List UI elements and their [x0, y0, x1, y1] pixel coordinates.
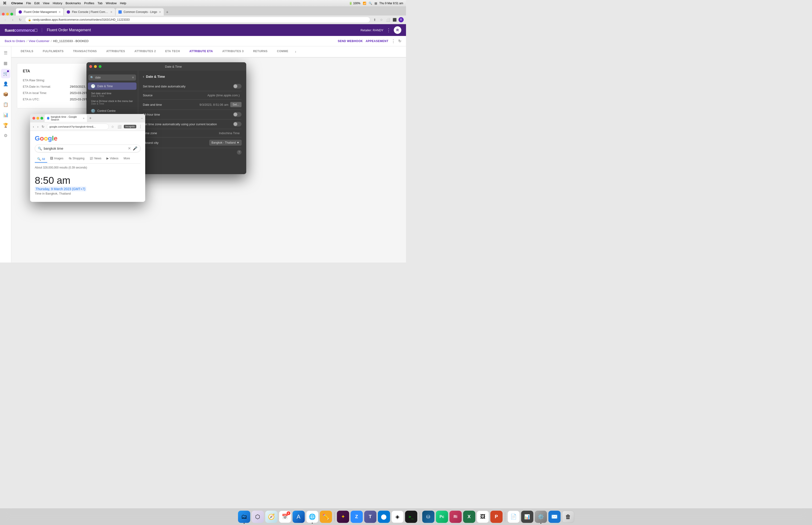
google-search-input[interactable]: bangkok time: [44, 147, 126, 150]
sidebar-menu-icon[interactable]: ☰: [1, 48, 10, 58]
menu-help[interactable]: Help: [120, 1, 126, 5]
browser-tab-1[interactable]: Fluent Order Management ×: [16, 8, 64, 15]
prefs-close-btn[interactable]: [89, 65, 92, 68]
tab-comme[interactable]: COMME: [272, 46, 293, 58]
google-new-tab[interactable]: +: [88, 115, 92, 121]
google-win-minimize[interactable]: [36, 117, 39, 120]
menu-window[interactable]: Window: [106, 1, 117, 5]
sidebar-trophy-icon[interactable]: 🏆: [1, 121, 10, 130]
address-input[interactable]: 🔒 randy.sandbox.apps.fluentcommerce.com/…: [25, 17, 370, 23]
view-customer-link[interactable]: View Customer: [29, 39, 49, 43]
prefs-zoom-btn[interactable]: [99, 65, 102, 68]
extensions-icon[interactable]: ⬛: [392, 17, 397, 22]
prefs-search-clear[interactable]: ✕: [132, 76, 134, 79]
filter-more[interactable]: More: [121, 155, 132, 162]
menu-chrome[interactable]: Chrome: [11, 1, 23, 5]
menu-bookmarks[interactable]: Bookmarks: [65, 1, 81, 5]
window-minimize-btn[interactable]: [6, 13, 9, 15]
tab-fulfilments[interactable]: FULFILMENTS: [38, 46, 68, 58]
sidebar-dashboard-icon[interactable]: ▦: [1, 59, 10, 68]
prefs-city-select[interactable]: Bangkok - Thailand ▼: [209, 140, 242, 146]
google-forward-btn[interactable]: ›: [36, 124, 40, 130]
share-icon[interactable]: ⬆: [372, 17, 377, 22]
google-menu-icon[interactable]: ⋮: [138, 123, 143, 130]
send-webhook-button[interactable]: SEND WEBHOOK: [338, 40, 363, 43]
tab-details[interactable]: DETAILS: [16, 46, 38, 58]
google-reload-btn[interactable]: ↻: [41, 124, 45, 130]
sidebar-users-icon[interactable]: 👤: [1, 79, 10, 89]
google-win-maximize[interactable]: [41, 117, 43, 120]
tab-close-2[interactable]: ×: [110, 10, 112, 14]
tab-transactions[interactable]: TRANSACTIONS: [68, 46, 102, 58]
extension-icon[interactable]: ⬜: [385, 17, 390, 22]
menu-file[interactable]: File: [26, 1, 31, 5]
browser-tab-2[interactable]: Flex Console | Fluent Comme... ×: [64, 8, 116, 15]
menu-tab[interactable]: Tab: [97, 1, 103, 5]
sidebar-reports-icon[interactable]: 📋: [1, 100, 10, 109]
nav-back-button[interactable]: ‹: [2, 17, 8, 22]
menu-edit[interactable]: Edit: [34, 1, 40, 5]
tab-returns[interactable]: RETURNS: [248, 46, 272, 58]
prefs-back-button[interactable]: ‹: [143, 75, 144, 79]
user-profile-icon[interactable]: R: [398, 17, 404, 22]
google-bookmark-icon[interactable]: ☆: [110, 124, 115, 130]
tabs-scroll-right[interactable]: ›: [293, 46, 298, 57]
menu-view[interactable]: View: [43, 1, 49, 5]
prefs-item-datetime[interactable]: 🕐 Date & Time: [88, 82, 137, 90]
prefs-help-button[interactable]: ?: [237, 150, 242, 155]
tab-etatech[interactable]: ETA TECH: [160, 46, 185, 58]
prefs-minimize-btn[interactable]: [94, 65, 97, 68]
more-options-icon[interactable]: ⋮: [391, 39, 395, 44]
auto-time-toggle[interactable]: [233, 84, 242, 89]
user-avatar[interactable]: R: [394, 26, 401, 34]
google-tab[interactable]: bangkok time - Google Search ×: [45, 115, 87, 122]
tab-attributes2[interactable]: ATTRIBUTES 2: [130, 46, 160, 58]
google-back-btn[interactable]: ‹: [32, 124, 35, 130]
google-search-clear[interactable]: ✕: [128, 146, 131, 151]
prefs-search-bar[interactable]: 🔍 date ✕: [88, 75, 136, 80]
browser-tab-3[interactable]: Common Concepts - Lingo ×: [116, 8, 164, 15]
24hr-toggle[interactable]: [233, 112, 242, 117]
back-to-orders-link[interactable]: Back to Orders: [5, 39, 25, 43]
tab-attributes3[interactable]: ATTRIBUTES 3: [218, 46, 248, 58]
google-window-minimize[interactable]: −: [141, 116, 143, 120]
google-search-bar[interactable]: 🔍 bangkok time ✕ 🎤: [35, 145, 140, 152]
tab-attributes[interactable]: ATTRIBUTES: [102, 46, 130, 58]
filter-all[interactable]: 🔍 All: [35, 156, 47, 163]
tab-close-3[interactable]: ×: [159, 10, 161, 14]
google-window[interactable]: bangkok time - Google Search × + − ‹ › ↻: [30, 114, 145, 202]
prefs-set-button[interactable]: Set...: [230, 102, 242, 107]
prefs-item-controlcentre[interactable]: ⚙️ Control Centre: [88, 107, 137, 115]
apple-menu[interactable]: ⌘: [3, 1, 6, 5]
sidebar-metrics-icon[interactable]: 📊: [1, 110, 10, 120]
sidebar-inventory-icon[interactable]: 📦: [1, 90, 10, 99]
sidebar-settings-icon[interactable]: ⚙: [1, 131, 10, 140]
tab-close-1[interactable]: ×: [59, 10, 61, 14]
tab-attributeeta[interactable]: ATTRIBUTE ETA: [185, 46, 218, 58]
bookmark-icon[interactable]: ☆: [379, 17, 384, 22]
filter-videos[interactable]: ▶ Videos: [104, 155, 121, 162]
prefs-sub-set-date[interactable]: Set date and time Date & Time: [89, 91, 135, 99]
filter-shopping[interactable]: 🛍 Shopping: [66, 155, 87, 162]
sidebar-orders-icon[interactable]: 🛒: [1, 69, 10, 78]
appeasement-button[interactable]: APPEASEMENT: [366, 40, 388, 43]
filter-news[interactable]: 📰 News: [87, 155, 104, 162]
menu-profiles[interactable]: Profiles: [84, 1, 94, 5]
google-win-close[interactable]: [32, 117, 35, 120]
google-tab-close[interactable]: ×: [83, 117, 85, 120]
filter-images[interactable]: 🖼 Images: [48, 155, 65, 162]
prefs-sub-24hr[interactable]: Use a 24-hour clock in the menu bar Date…: [89, 99, 135, 106]
window-maximize-btn[interactable]: [10, 13, 13, 15]
google-mic-icon[interactable]: 🎤: [133, 146, 137, 151]
window-close-btn[interactable]: [2, 13, 5, 15]
menu-history[interactable]: History: [52, 1, 62, 5]
search-icon[interactable]: 🔍: [369, 2, 372, 5]
refresh-icon[interactable]: ↻: [398, 39, 401, 43]
new-tab-button[interactable]: +: [164, 9, 171, 15]
controlcenter-icon[interactable]: ▤: [374, 2, 377, 5]
nav-forward-button[interactable]: ›: [10, 17, 16, 22]
more-options-icon[interactable]: ⋮: [386, 27, 391, 33]
nav-reload-button[interactable]: ↻: [17, 17, 23, 22]
google-tab-icon[interactable]: ⬜: [117, 124, 122, 130]
google-address-bar[interactable]: google.com/search?q=bangkok+time&...: [47, 124, 109, 130]
